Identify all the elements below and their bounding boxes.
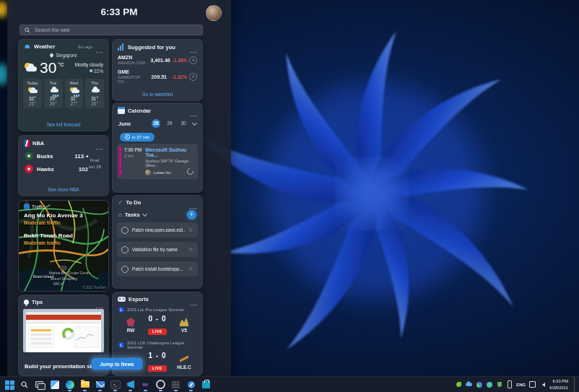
widget-title: Weather (34, 43, 55, 50)
task-star-icon[interactable]: ☆ (188, 227, 193, 233)
forecast-day[interactable]: Thu 31° 26° (85, 79, 104, 108)
map-label: Marina Bay Cruise Centre (49, 271, 91, 275)
weather-widget[interactable]: Weather 6m ago Singapore 30 °C Mostly cl… (18, 39, 109, 131)
calendar-widget[interactable]: Calendar June 28 29 30 in 27 min 7:00 (112, 103, 203, 193)
add-task-button[interactable] (187, 210, 196, 219)
nba-widget[interactable]: NBA Bucks 113◀ Hawks 102 Final Jun 28 Se… (18, 135, 109, 196)
security-shield-icon[interactable] (496, 381, 502, 388)
rain-icon (44, 87, 63, 95)
start-button[interactable] (4, 379, 14, 390)
more-options-icon[interactable] (95, 300, 104, 305)
team-row[interactable]: Hawks 102 (19, 162, 94, 175)
league-icon: L (118, 342, 124, 348)
match-row[interactable]: RW 0 - 0 LIVE V5 (113, 314, 202, 339)
team-hle-logo (180, 354, 188, 363)
event-title: Microsoft Suzhou Toa... (145, 147, 193, 157)
task-list-name[interactable]: Tasks (125, 212, 140, 218)
task-complete-circle[interactable] (121, 266, 129, 273)
teams-icon[interactable] (476, 381, 482, 388)
map-attribution: © 2021 TomTom (82, 286, 106, 289)
updated-label: 6m ago (78, 45, 92, 49)
more-options-icon[interactable] (189, 44, 198, 50)
calendar-icon (118, 107, 125, 114)
onedrive-cloud-icon[interactable] (466, 381, 472, 388)
task-item[interactable]: Patch new,open,save,edi... ☆ (117, 222, 198, 238)
task-star-icon[interactable]: ☆ (188, 266, 193, 272)
show-desktop-button[interactable] (574, 377, 577, 392)
road-name: Bukit Timah Road (24, 232, 105, 239)
vscode-icon[interactable] (125, 379, 136, 390)
file-explorer-icon[interactable] (79, 379, 90, 390)
taskbar: >_ ∞ ENG 6:33 PM 6/28/2021 (0, 376, 579, 392)
droplet-icon (89, 69, 93, 73)
clock-icon (125, 134, 130, 139)
road-name: Ang Mo Kio Avenue 3 (24, 212, 105, 219)
feedback-hub-icon[interactable] (186, 379, 196, 390)
task-complete-circle[interactable] (121, 227, 129, 234)
visual-studio-icon[interactable]: ∞ (140, 379, 151, 390)
day-chip[interactable]: 29 (165, 119, 174, 128)
more-options-icon[interactable] (95, 141, 104, 147)
hawks-logo-icon (25, 165, 33, 173)
location-pin-icon (49, 53, 54, 58)
attendee-avatar (145, 170, 151, 175)
terminal-icon[interactable]: >_ (110, 379, 121, 390)
edge-icon[interactable] (64, 379, 75, 390)
weather-condition: Mostly cloudy (75, 62, 103, 67)
forecast-day[interactable]: Wed 31° 27° (65, 79, 84, 108)
network-icon[interactable] (529, 381, 536, 388)
taskbar-search-icon[interactable] (19, 379, 30, 390)
tips-caption: Build your presentation skills (25, 363, 100, 370)
user-avatar[interactable] (206, 5, 222, 21)
more-options-icon[interactable] (189, 297, 198, 302)
see-more-nba-link[interactable]: See more NBA (19, 187, 108, 192)
tips-thumbnail[interactable] (23, 309, 104, 352)
forecast-day[interactable]: Tue 29° 26° (44, 79, 63, 108)
calendar-event[interactable]: 7:00 PM 2 hrs Microsoft Suzhou Toa... Su… (117, 144, 198, 179)
pen-battery-icon[interactable] (506, 381, 513, 388)
task-item[interactable]: Validation file by name ☆ (117, 242, 198, 257)
todo-widget[interactable]: ✓ To Do ⌂ Tasks Patch new,open,save,edi.… (112, 195, 203, 289)
search-icon (25, 27, 30, 33)
task-view-icon[interactable] (34, 379, 45, 390)
go-to-watchlist-link[interactable]: Go to watchlist (113, 92, 202, 97)
tray-app-icon[interactable] (456, 381, 462, 388)
language-indicator[interactable]: ENG (516, 383, 526, 387)
more-options-icon[interactable] (95, 44, 104, 50)
chevron-down-icon[interactable] (192, 120, 197, 125)
settings-gear-icon[interactable] (155, 379, 166, 390)
mail-icon[interactable] (95, 379, 105, 390)
task-complete-circle[interactable] (121, 246, 129, 253)
stock-row[interactable]: AMZN AMAZON.COM... 3,401.46 -1.38% (113, 53, 202, 67)
forecast-day[interactable]: Today 32° 26° (23, 79, 42, 108)
see-full-forecast-link[interactable]: See full forecast (19, 122, 108, 127)
stocks-widget[interactable]: Suggested for you AMZN AMAZON.COM... 3,4… (112, 39, 203, 101)
office-app-icon[interactable] (170, 379, 181, 390)
task-item[interactable]: Patch install bootstrapp... ☆ (117, 261, 198, 276)
widgets-icon[interactable] (49, 379, 60, 390)
month-label[interactable]: June (118, 121, 131, 127)
day-chip[interactable]: 30 (179, 119, 188, 128)
day-chip-selected[interactable]: 28 (152, 119, 160, 128)
partly-cloudy-icon (24, 63, 38, 73)
tray-app-icon[interactable] (486, 381, 492, 388)
event-reminder-pill[interactable]: in 27 min (120, 133, 154, 141)
precipitation: 22% (75, 69, 103, 74)
task-star-icon[interactable]: ☆ (188, 247, 193, 253)
temperature-unit[interactable]: °C (58, 62, 64, 67)
lightbulb-icon (24, 300, 29, 305)
more-options-icon[interactable] (189, 200, 198, 206)
jump-to-news-button[interactable]: Jump to News (92, 358, 142, 370)
watchlist-add-icon[interactable] (189, 73, 197, 81)
taskbar-clock[interactable]: 6:33 PM 6/28/2021 (549, 378, 568, 391)
more-options-icon[interactable] (189, 108, 198, 113)
store-icon[interactable] (201, 379, 212, 390)
team-row[interactable]: Bucks 113◀ (19, 149, 94, 162)
chevron-down-icon[interactable] (142, 212, 147, 217)
stock-row[interactable]: GME GAMESTOP CO... 209.51 -1.32% (113, 67, 202, 86)
watchlist-add-icon[interactable] (189, 56, 197, 64)
search-bar[interactable] (19, 25, 203, 35)
traffic-widget[interactable]: Traffic, Ang Mo Kio Avenue 3 Moderate tr… (18, 200, 109, 292)
volume-icon[interactable] (539, 381, 546, 388)
search-input[interactable] (33, 27, 198, 33)
